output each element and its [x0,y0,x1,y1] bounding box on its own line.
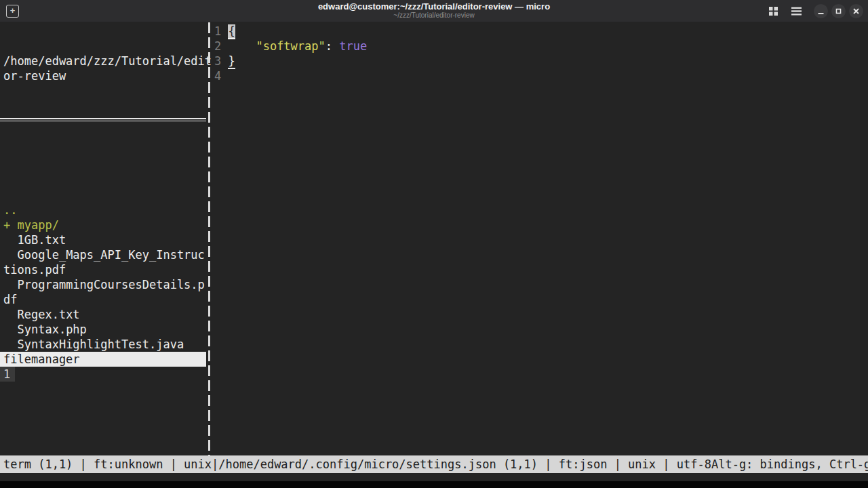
window-subtitle: ~/zzz/Tutorial/editor-review [0,12,868,19]
maximize-button[interactable] [831,4,846,18]
list-item[interactable]: 1GB.txt [3,232,212,247]
code-segment: { [228,24,235,39]
line-number: 3 [214,54,221,68]
statusbar-help-hint: Alt-g: bindings, Ctrl-g: [711,455,868,473]
code-segment: } [228,54,235,69]
list-item[interactable]: Syntax.php [3,322,212,337]
window-title: edward@customer:~/zzz/Tutorial/editor-re… [0,1,868,12]
terminal-window: + edward@customer:~/zzz/Tutorial/editor-… [0,0,868,488]
minimize-icon [817,7,825,15]
list-item[interactable]: SyntaxHighlightTest.java [3,337,212,352]
statusbar-file-info: /home/edward/.config/micro/settings.json… [218,455,711,473]
line-number: 2 [214,39,221,54]
code-segment: : [326,39,339,53]
filemanager-pane[interactable]: /home/edward/zzz/Tutorial/editor-review … [3,24,212,411]
code-segment: true [339,39,367,53]
statusbar: term (1,1) | ft:unknown | unix | /home/e… [0,455,868,473]
list-item[interactable]: filemanager [0,352,206,367]
code-segment: "softwrap" [256,39,325,53]
menu-hamburger-icon[interactable] [789,3,804,18]
bottom-strip [0,481,868,488]
list-item[interactable]: 1 [3,367,212,382]
titlebar: + edward@customer:~/zzz/Tutorial/editor-… [0,0,868,22]
tiles-grid-icon[interactable] [766,3,781,18]
editor-pane[interactable]: 1{2 "softwrap": true3}4 [214,24,367,83]
file-list: ..+ myapp/ 1GB.txt Google_Maps_API_Key_I… [3,203,212,382]
list-item[interactable]: Regex.txt [3,307,212,322]
window-controls [766,3,863,18]
editor-line[interactable]: 2 "softwrap": true [214,39,367,54]
editor-line[interactable]: 3} [214,54,367,68]
statusbar-pane-separator: | [212,455,218,473]
close-button[interactable] [849,4,863,18]
close-icon [852,7,860,15]
line-number: 1 [214,24,221,39]
list-item[interactable]: .. [3,203,212,218]
minimize-button[interactable] [814,4,828,18]
list-item[interactable]: Google_Maps_API_Key_Instructions.pdf [3,247,212,277]
filemanager-gap [3,158,212,173]
list-item[interactable]: + myapp/ [3,218,212,232]
code-segment [228,39,256,53]
maximize-icon [835,7,842,15]
line-number: 4 [214,68,221,83]
pane-header-divider [3,113,212,128]
statusbar-left-pane-info: term (1,1) | ft:unknown | unix [0,455,212,473]
split-divider [208,22,210,455]
terminal-body: /home/edward/zzz/Tutorial/editor-review … [0,22,868,481]
list-item[interactable]: ProgrammingCoursesDetails.pdf [3,277,212,307]
titlebar-text: edward@customer:~/zzz/Tutorial/editor-re… [0,1,868,19]
editor-line[interactable]: 1{ [214,24,367,39]
editor-line[interactable]: 4 [214,68,367,83]
filemanager-path: /home/edward/zzz/Tutorial/editor-review [3,54,212,83]
